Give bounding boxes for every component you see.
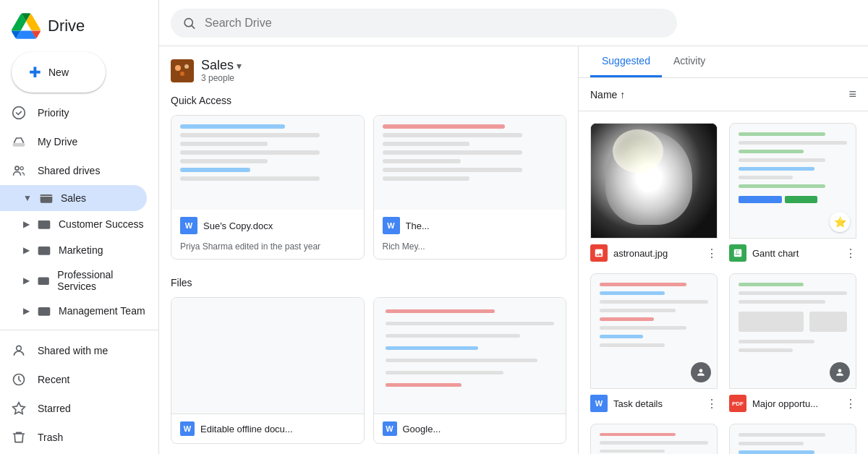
sidebar-item-recent[interactable]: Recent [0, 365, 147, 394]
preview-line [183, 309, 284, 313]
quick-access-heading: Quick Access [171, 95, 566, 106]
svg-rect-8 [38, 307, 51, 316]
sidebar-item-professional-services[interactable]: ▶ Professional Services [0, 263, 158, 298]
preview-line [600, 309, 676, 312]
left-panel: Sales ▾ 3 people Quick Access [159, 46, 579, 454]
tab-activity[interactable]: Activity [662, 46, 717, 77]
sales-avatar-image [171, 59, 194, 82]
sidebar-header: Drive [0, 6, 158, 52]
preview-line [386, 322, 555, 325]
preview-line [180, 176, 320, 181]
file-preview-astronaut [590, 123, 718, 239]
major-box-row [739, 312, 847, 332]
sidebar-item-shared-drives[interactable]: Shared drives [0, 156, 147, 185]
file-preview-major [729, 273, 856, 389]
astronaut-image [591, 124, 717, 238]
file-card-meta-2: Rich Mey... [374, 241, 566, 259]
file-card-preview-2 [374, 116, 566, 210]
preview-line [739, 150, 804, 153]
sidebar-item-management-team[interactable]: ▶ Management Team [0, 298, 158, 324]
right-panel-tabs: Suggested Activity [579, 46, 868, 78]
preview-line [183, 347, 335, 351]
right-panel-header: Name ↑ ≡ [579, 78, 868, 111]
sidebar-item-customer-success[interactable]: ▶ Customer Success [0, 211, 158, 237]
preview-line [386, 359, 537, 362]
preview-line [739, 291, 847, 295]
avatar-badge-task [691, 362, 711, 382]
sidebar-item-label-trash: Trash [38, 432, 63, 443]
files-file-1[interactable]: W Editable offline docu... [171, 297, 365, 444]
preview-line [739, 158, 825, 162]
file-preview-task [590, 273, 718, 389]
sort-label[interactable]: Name ↑ [590, 89, 848, 100]
tab-suggested[interactable]: Suggested [590, 46, 662, 77]
sidebar-item-label-ps: Professional Services [57, 269, 147, 292]
search-bar[interactable] [171, 9, 677, 38]
star-icon [12, 401, 26, 416]
files-card-name-1: Editable offline docu... [200, 424, 355, 434]
preview-line [180, 150, 320, 155]
more-options-gantt[interactable]: ⋮ [845, 247, 856, 260]
grid-file-gantt: ⭐ Gantt chart ⋮ [723, 123, 856, 262]
new-button[interactable]: ✚ New [12, 52, 106, 93]
word-doc-icon: W [180, 217, 197, 234]
preview-line [600, 343, 665, 347]
more-options-major[interactable]: ⋮ [845, 397, 856, 411]
grid-file-major-opportu: PDF Major opportu... ⋮ [723, 273, 856, 412]
file-title-gantt: Gantt chart [752, 248, 839, 259]
more-options-task[interactable]: ⋮ [706, 397, 718, 411]
sidebar-item-trash[interactable]: Trash [0, 423, 147, 452]
file-card-meta-1: Priya Sharma edited in the past year [171, 241, 364, 259]
avatar-badge-major [830, 362, 850, 382]
top-bar [159, 0, 868, 46]
preview-line [183, 356, 284, 360]
more-options-astronaut[interactable]: ⋮ [706, 247, 718, 260]
svg-rect-6 [38, 247, 51, 255]
file-card-info-1: W Sue's Copy.docx [171, 210, 364, 241]
files-heading: Files [171, 277, 566, 288]
quick-access-file-2[interactable]: W The... Rich Mey... [373, 115, 567, 260]
people-icon [12, 163, 26, 178]
preview-line [183, 375, 310, 379]
preview-line [739, 433, 825, 437]
sidebar-item-my-drive[interactable]: My Drive [0, 127, 147, 156]
sidebar-item-starred[interactable]: Starred [0, 394, 147, 423]
drive-icon [12, 134, 26, 149]
preview-line [600, 300, 708, 304]
preview-line [180, 133, 320, 137]
preview-line [739, 442, 804, 445]
files-grid: W Editable offline docu... [171, 297, 566, 444]
files-file-2[interactable]: W Google... [373, 297, 567, 444]
google-drive-logo [12, 12, 41, 40]
chevron-icon-cs: ▶ [23, 219, 30, 229]
file-preview-5 [590, 424, 718, 454]
preview-line [600, 317, 654, 321]
svg-rect-4 [41, 194, 53, 203]
file-preview-6 [729, 424, 856, 454]
preview-line [600, 291, 665, 295]
preview-line [386, 309, 495, 313]
quick-access-file-1[interactable]: W Sue's Copy.docx Priya Sharma edited in… [171, 115, 365, 260]
grid-file-task-details: W Task details ⋮ [590, 273, 723, 412]
sidebar-item-marketing[interactable]: ▶ Marketing [0, 237, 158, 263]
preview-line [386, 371, 503, 374]
folder-icon-ps [37, 273, 50, 288]
svg-point-9 [17, 346, 22, 351]
sidebar-item-priority[interactable]: Priority [0, 98, 147, 127]
list-view-icon[interactable]: ≡ [848, 87, 856, 102]
folder-avatar [171, 59, 194, 82]
docs-file-icon-task: W [590, 395, 608, 412]
preview-line [383, 142, 470, 146]
preview-line [180, 142, 268, 146]
preview-line [180, 159, 268, 163]
check-circle-icon [12, 106, 26, 120]
search-input[interactable] [205, 17, 665, 30]
preview-line [600, 450, 665, 453]
sidebar-item-shared-with-me[interactable]: Shared with me [0, 336, 147, 365]
svg-point-16 [180, 72, 184, 76]
gantt-bars [739, 196, 847, 203]
folder-icon-mt [37, 304, 51, 318]
sidebar-item-sales[interactable]: ▼ Sales [0, 185, 147, 211]
sidebar-item-label-priority: Priority [38, 107, 69, 119]
files-card-info-2: W Google... [374, 414, 566, 443]
